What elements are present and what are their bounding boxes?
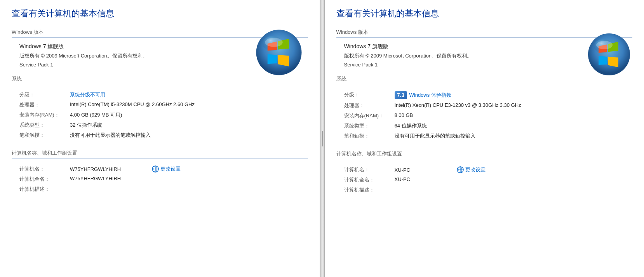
right-ram-label: 安装内存(RAM)： <box>336 111 387 121</box>
right-compname-value: XU-PC 更改设置 <box>387 165 633 175</box>
left-computer-section: 计算机名称、域和工作组设置 计算机名： W75YHFRGWLYHIRH 更改设置 <box>12 150 308 194</box>
left-computer-header: 计算机名称、域和工作组设置 <box>12 150 308 159</box>
rating-score: 7.3 <box>395 91 407 99</box>
svg-point-2 <box>265 38 283 47</box>
rating-badge: 7.3 Windows 体验指数 <box>395 91 451 99</box>
left-rating-value: 系统分级不可用 <box>62 90 308 100</box>
left-compname-text: W75YHFRGWLYHIRH <box>70 166 121 172</box>
table-row: 计算机名： W75YHFRGWLYHIRH 更改设置 <box>12 164 308 174</box>
right-desc-label: 计算机描述： <box>336 185 387 195</box>
left-title: 查看有关计算机的基本信息 <box>12 8 308 19</box>
right-ram-value: 8.00 GB <box>387 111 633 121</box>
right-system-table: 分级： 7.3 Windows 体验指数 处理器： Intel(R) Xeon(… <box>336 90 633 141</box>
table-row: 安装内存(RAM)： 8.00 GB <box>336 111 633 121</box>
right-rating-label: 分级： <box>336 90 387 101</box>
left-change-settings-label: 更改设置 <box>160 166 181 172</box>
right-system-section: 系统 分级： 7.3 Windows 体验指数 处理器： Intel(R) Xe… <box>336 75 633 141</box>
table-row: 分级： 系统分级不可用 <box>12 90 308 100</box>
left-pen-value: 没有可用于此显示器的笔或触控输入 <box>62 130 308 140</box>
right-computer-header: 计算机名称、域和工作组设置 <box>336 150 633 159</box>
right-systype-label: 系统类型： <box>336 121 387 131</box>
right-panel: 查看有关计算机的基本信息 Windows 版本 Windows 7 旗舰版 版权… <box>325 0 644 277</box>
right-change-settings-btn[interactable]: 更改设置 <box>457 166 486 173</box>
left-desc-value <box>62 184 308 194</box>
table-row: 笔和触摸： 没有可用于此显示器的笔或触控输入 <box>336 131 633 141</box>
svg-point-9 <box>596 41 613 49</box>
globe-icon-right <box>457 166 464 173</box>
left-ram-value: 4.00 GB (929 MB 可用) <box>62 110 308 120</box>
right-cpu-value: Intel(R) Xeon(R) CPU E3-1230 v3 @ 3.30GH… <box>387 101 633 111</box>
right-computer-section: 计算机名称、域和工作组设置 计算机名： XU-PC 更改设置 <box>336 150 633 195</box>
table-row: 计算机全名： XU-PC <box>336 175 633 185</box>
left-compname-value: W75YHFRGWLYHIRH 更改设置 <box>62 164 308 174</box>
left-pen-label: 笔和触摸： <box>12 130 62 140</box>
left-computer-table: 计算机名： W75YHFRGWLYHIRH 更改设置 计算机 <box>12 164 308 194</box>
left-system-table: 分级： 系统分级不可用 处理器： Intel(R) Core(TM) i5-32… <box>12 90 308 140</box>
left-fullname-value: W75YHFRGWLYHIRH <box>62 174 308 184</box>
table-row: 处理器： Intel(R) Xeon(R) CPU E3-1230 v3 @ 3… <box>336 101 633 111</box>
svg-point-7 <box>588 33 630 75</box>
left-ram-label: 安装内存(RAM)： <box>12 110 62 120</box>
left-compname-label: 计算机名： <box>12 164 62 174</box>
right-change-settings-label: 更改设置 <box>465 166 486 173</box>
right-fullname-value: XU-PC <box>387 175 633 185</box>
right-compname-text: XU-PC <box>395 167 410 173</box>
table-row: 系统类型： 64 位操作系统 <box>336 121 633 131</box>
table-row: 计算机描述： <box>336 185 633 195</box>
left-cpu-label: 处理器： <box>12 100 62 110</box>
right-title: 查看有关计算机的基本信息 <box>336 8 633 19</box>
left-system-section: 系统 分级： 系统分级不可用 处理器： Intel(R) Core(TM) i5… <box>12 75 308 140</box>
left-panel: 查看有关计算机的基本信息 Windows 版本 Windows 7 旗舰版 版权… <box>0 0 320 277</box>
svg-point-0 <box>256 30 301 75</box>
left-fullname-label: 计算机全名： <box>12 174 62 184</box>
right-fullname-label: 计算机全名： <box>336 175 387 185</box>
table-row: 安装内存(RAM)： 4.00 GB (929 MB 可用) <box>12 110 308 120</box>
left-desc-label: 计算机描述： <box>12 184 62 194</box>
table-row: 计算机名： XU-PC 更改设置 <box>336 165 633 175</box>
left-rating-link[interactable]: 系统分级不可用 <box>70 92 105 98</box>
table-row: 计算机描述： <box>12 184 308 194</box>
globe-icon <box>152 166 159 172</box>
table-row: 计算机全名： W75YHFRGWLYHIRH <box>12 174 308 184</box>
table-row: 系统类型： 32 位操作系统 <box>12 120 308 130</box>
panel-divider <box>320 0 325 277</box>
left-rating-label: 分级： <box>12 90 62 100</box>
right-windows-logo <box>586 31 632 78</box>
right-compname-label: 计算机名： <box>336 165 387 175</box>
table-row: 分级： 7.3 Windows 体验指数 <box>336 90 633 101</box>
table-row: 笔和触摸： 没有可用于此显示器的笔或触控输入 <box>12 130 308 140</box>
table-row: 处理器： Intel(R) Core(TM) i5-3230M CPU @ 2.… <box>12 100 308 110</box>
left-cpu-value: Intel(R) Core(TM) i5-3230M CPU @ 2.60GHz… <box>62 100 308 110</box>
left-change-settings-btn[interactable]: 更改设置 <box>152 166 181 172</box>
right-desc-value <box>387 185 633 195</box>
right-rating-value: 7.3 Windows 体验指数 <box>387 90 633 101</box>
right-systype-value: 64 位操作系统 <box>387 121 633 131</box>
right-pen-label: 笔和触摸： <box>336 131 387 141</box>
right-cpu-label: 处理器： <box>336 101 387 111</box>
left-systype-value: 32 位操作系统 <box>62 120 308 130</box>
right-computer-table: 计算机名： XU-PC 更改设置 计算机全名： <box>336 165 633 195</box>
left-systype-label: 系统类型： <box>12 120 62 130</box>
right-pen-value: 没有可用于此显示器的笔或触控输入 <box>387 131 633 141</box>
rating-text[interactable]: Windows 体验指数 <box>409 92 451 99</box>
left-windows-logo <box>254 27 304 78</box>
